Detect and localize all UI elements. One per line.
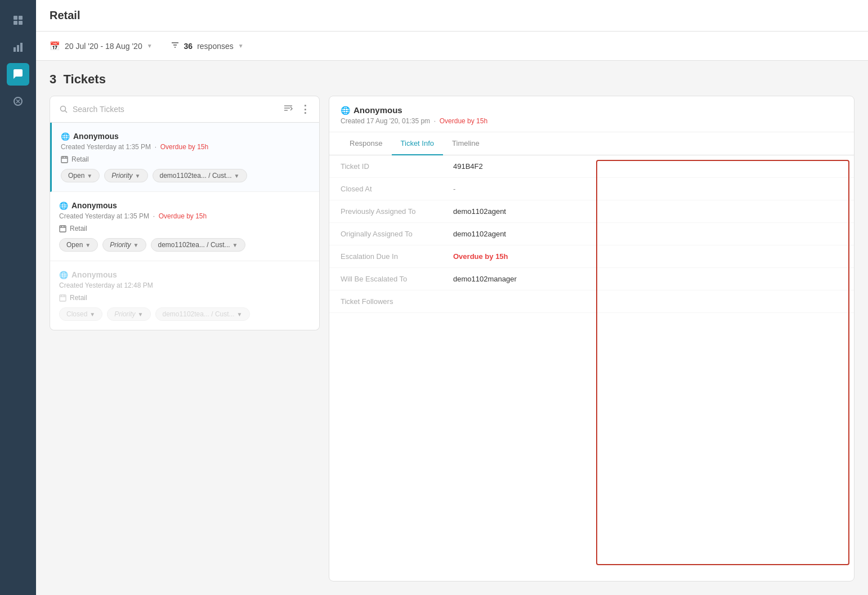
tickets-word: Tickets <box>63 72 105 86</box>
status-badge-3[interactable]: Closed ▼ <box>59 307 102 321</box>
svg-rect-13 <box>61 156 68 163</box>
more-icon[interactable]: ⋮ <box>300 103 310 115</box>
status-badge-1[interactable]: Open ▼ <box>61 169 100 182</box>
detail-meta: Created 17 Aug '20, 01:35 pm · Overdue b… <box>341 117 843 125</box>
search-input[interactable] <box>73 105 279 114</box>
status-chevron-3: ▼ <box>90 311 95 317</box>
sidebar-icon-grid[interactable] <box>7 9 29 32</box>
content-area: 3 Tickets <box>36 61 868 595</box>
svg-line-9 <box>65 111 68 113</box>
priority-chevron-1: ▼ <box>135 173 141 179</box>
ticket-card-3[interactable]: 🌐 Anonymous Created Yesterday at 12:48 P… <box>50 261 319 330</box>
ticket-meta-3: Created Yesterday at 12:48 PM <box>59 281 310 289</box>
previously-assigned-label: Previously Assigned To <box>341 207 453 216</box>
ticket-list-panel: ⋮ 🌐 Anonymous Created Yesterday at 1:35 … <box>50 96 320 581</box>
info-row-will-be-escalated: Will Be Escalated To demo1102manager <box>329 268 854 290</box>
search-bar: ⋮ <box>50 96 320 123</box>
filter-icon <box>171 41 180 51</box>
responses-label: responses <box>197 42 234 51</box>
ticket-source-2: Retail <box>59 225 310 232</box>
search-actions: ⋮ <box>283 103 310 115</box>
detail-content: Ticket ID 491B4F2 Closed At - Previously… <box>329 155 854 581</box>
ticket-meta-2: Created Yesterday at 1:35 PM · Overdue b… <box>59 212 310 220</box>
tab-ticket-info[interactable]: Ticket Info <box>392 132 443 155</box>
tab-timeline[interactable]: Timeline <box>443 132 489 155</box>
ticket-user-1: 🌐 Anonymous <box>61 132 310 141</box>
info-row-originally-assigned: Originally Assigned To demo1102agent <box>329 223 854 245</box>
svg-rect-21 <box>60 295 66 301</box>
priority-chevron-3: ▼ <box>138 311 144 317</box>
ticket-badges-1: Open ▼ Priority ▼ demo1102tea... / Cust.… <box>61 169 310 182</box>
responses-count: 36 <box>184 42 193 51</box>
svg-rect-2 <box>14 21 17 25</box>
status-badge-2[interactable]: Open ▼ <box>59 238 98 252</box>
two-col-layout: ⋮ 🌐 Anonymous Created Yesterday at 1:35 … <box>36 96 868 595</box>
globe-icon-3: 🌐 <box>59 271 68 279</box>
search-icon <box>59 105 68 114</box>
originally-assigned-label: Originally Assigned To <box>341 230 453 238</box>
detail-header: 🌐 Anonymous Created 17 Aug '20, 01:35 pm… <box>329 96 854 132</box>
will-be-escalated-label: Will Be Escalated To <box>341 275 453 283</box>
svg-point-8 <box>61 106 66 111</box>
globe-icon-1: 🌐 <box>61 132 70 141</box>
svg-rect-0 <box>14 16 17 20</box>
ticket-source-3: Retail <box>59 294 310 302</box>
svg-rect-17 <box>60 226 66 232</box>
svg-rect-6 <box>20 43 23 52</box>
ticket-badges-3: Closed ▼ Priority ▼ demo1102tea... / Cus… <box>59 307 310 321</box>
ticket-card-2[interactable]: 🌐 Anonymous Created Yesterday at 1:35 PM… <box>50 192 319 261</box>
ticket-cards: 🌐 Anonymous Created Yesterday at 1:35 PM… <box>50 123 320 330</box>
escalation-due-label: Escalation Due In <box>341 252 453 261</box>
tickets-header: 3 Tickets <box>36 61 868 96</box>
originally-assigned-value: demo1102agent <box>453 230 843 238</box>
info-row-followers: Ticket Followers <box>329 290 854 313</box>
sidebar-icon-phone[interactable] <box>7 90 29 113</box>
ticket-user-3: 🌐 Anonymous <box>59 270 310 279</box>
ticket-user-2: 🌐 Anonymous <box>59 201 310 210</box>
closed-at-value: - <box>453 185 843 193</box>
followers-label: Ticket Followers <box>341 297 453 306</box>
assignee-badge-3[interactable]: demo1102tea... / Cust... ▼ <box>155 307 250 321</box>
detail-tabs: Response Ticket Info Timeline <box>329 132 854 155</box>
globe-icon-2: 🌐 <box>59 202 68 210</box>
response-chevron-icon: ▼ <box>238 43 244 49</box>
ticket-info-table: Ticket ID 491B4F2 Closed At - Previously… <box>329 155 854 313</box>
app-title: Retail <box>50 9 80 22</box>
tab-response[interactable]: Response <box>341 132 392 155</box>
assignee-badge-1[interactable]: demo1102tea... / Cust... ▼ <box>153 169 247 182</box>
escalation-due-value: Overdue by 15h <box>453 252 843 261</box>
priority-badge-2[interactable]: Priority ▼ <box>102 238 146 252</box>
ticket-badges-2: Open ▼ Priority ▼ demo1102tea... / Cust.… <box>59 238 310 252</box>
priority-badge-1[interactable]: Priority ▼ <box>104 169 147 182</box>
ticket-id-label: Ticket ID <box>341 162 453 171</box>
detail-panel: 🌐 Anonymous Created 17 Aug '20, 01:35 pm… <box>329 96 854 581</box>
info-row-escalation-due: Escalation Due In Overdue by 15h <box>329 245 854 268</box>
ticket-card-1[interactable]: 🌐 Anonymous Created Yesterday at 1:35 PM… <box>50 123 319 192</box>
priority-chevron-2: ▼ <box>133 242 139 248</box>
date-filter[interactable]: 📅 20 Jul '20 - 18 Aug '20 ▼ <box>50 41 153 51</box>
filterbar: 📅 20 Jul '20 - 18 Aug '20 ▼ 36 responses… <box>36 32 868 61</box>
response-filter[interactable]: 36 responses ▼ <box>171 41 244 51</box>
previously-assigned-value: demo1102agent <box>453 207 843 216</box>
date-chevron-icon: ▼ <box>147 43 153 49</box>
ticket-source-1: Retail <box>61 155 310 163</box>
sort-icon[interactable] <box>283 103 293 115</box>
svg-rect-5 <box>17 45 19 52</box>
will-be-escalated-value: demo1102manager <box>453 275 843 283</box>
info-row-previously-assigned: Previously Assigned To demo1102agent <box>329 200 854 223</box>
status-chevron-1: ▼ <box>87 173 92 179</box>
assignee-chevron-2: ▼ <box>232 242 238 248</box>
sidebar-icon-chart[interactable] <box>7 36 29 59</box>
ticket-number: 3 <box>50 72 56 86</box>
topbar: Retail <box>36 0 868 32</box>
info-row-closed-at: Closed At - <box>329 178 854 200</box>
assignee-badge-2[interactable]: demo1102tea... / Cust... ▼ <box>151 238 245 252</box>
calendar-icon: 📅 <box>50 41 60 51</box>
info-row-ticket-id: Ticket ID 491B4F2 <box>329 155 854 178</box>
sidebar-icon-chat[interactable] <box>7 63 29 86</box>
priority-badge-3[interactable]: Priority ▼ <box>107 307 150 321</box>
closed-at-label: Closed At <box>341 185 453 193</box>
status-chevron-2: ▼ <box>85 242 91 248</box>
sidebar <box>0 0 36 595</box>
svg-rect-4 <box>14 47 16 52</box>
